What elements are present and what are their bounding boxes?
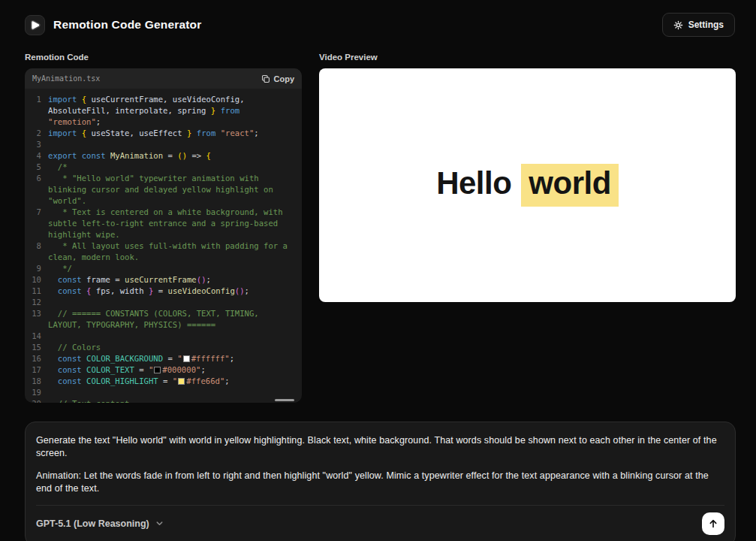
code-line: 15 // Colors xyxy=(25,342,302,353)
preview-section: Video Preview Helloworld xyxy=(319,53,736,403)
prompt-paragraph-2: Animation: Let the words fade in from le… xyxy=(36,470,724,495)
preview-section-label: Video Preview xyxy=(319,53,736,62)
code-section-label: Remotion Code xyxy=(25,53,302,62)
main-content: Remotion Code MyAnimation.tsx Copy xyxy=(25,53,736,403)
code-line: 8 * All layout uses full-width with padd… xyxy=(25,240,302,263)
prompt-paragraph-1: Generate the text "Hello world" with wor… xyxy=(36,434,724,460)
code-line: 19 xyxy=(25,387,302,398)
code-lines: 1import { useCurrentFrame, useVideoConfi… xyxy=(25,89,302,403)
color-swatch xyxy=(183,355,190,362)
code-line: 17 const COLOR_TEXT = "#000000"; xyxy=(25,364,302,376)
color-swatch xyxy=(154,367,161,373)
code-editor: MyAnimation.tsx Copy 1import { useCurren… xyxy=(25,68,302,403)
app-header: Remotion Code Generator Settings xyxy=(0,0,756,37)
model-label: GPT-5.1 (Low Reasoning) xyxy=(36,518,149,529)
code-line: 18 const COLOR_HIGHLIGHT = "#ffe66d"; xyxy=(25,376,302,387)
code-line: 16 const COLOR_BACKGROUND = "#ffffff"; xyxy=(25,353,302,364)
code-line: 5 /* xyxy=(25,162,302,173)
preview-text: Helloworld xyxy=(436,164,619,207)
chevron-down-icon xyxy=(155,519,164,527)
code-line: 10 const frame = useCurrentFrame(); xyxy=(25,274,302,286)
preview-highlight: world xyxy=(521,164,619,207)
preview-word-hello: Hello xyxy=(436,165,511,201)
code-line: 2import { useState, useEffect } from "re… xyxy=(25,128,302,139)
code-line: 13 // ====== CONSTANTS (COLORS, TEXT, TI… xyxy=(25,308,302,331)
color-swatch xyxy=(178,378,185,385)
code-filename: MyAnimation.tsx xyxy=(32,74,100,83)
remotion-logo-icon xyxy=(25,15,45,35)
code-section: Remotion Code MyAnimation.tsx Copy xyxy=(25,53,302,403)
submit-button[interactable] xyxy=(702,512,724,535)
code-line: 11 const { fps, width } = useVideoConfig… xyxy=(25,286,302,297)
settings-button[interactable]: Settings xyxy=(662,13,735,37)
code-line: 4export const MyAnimation = () => { xyxy=(25,150,302,162)
code-editor-header: MyAnimation.tsx Copy xyxy=(25,68,302,89)
video-preview: Helloworld xyxy=(319,68,736,302)
horizontal-scrollbar[interactable] xyxy=(275,399,294,401)
code-line: 20 // Text content xyxy=(25,398,302,403)
code-line: 9 */ xyxy=(25,263,302,274)
code-line: 12 xyxy=(25,297,302,308)
prompt-composer: Generate the text "Hello world" with wor… xyxy=(25,422,736,541)
settings-label: Settings xyxy=(688,20,724,30)
prompt-input[interactable]: Generate the text "Hello world" with wor… xyxy=(36,434,724,495)
arrow-up-icon xyxy=(708,518,718,529)
model-selector[interactable]: GPT-5.1 (Low Reasoning) xyxy=(36,518,164,529)
copy-label: Copy xyxy=(274,74,295,83)
code-line: 6 * "Hello world" typewriter animation w… xyxy=(25,173,302,207)
code-line: 7 * Text is centered on a white backgrou… xyxy=(25,207,302,240)
code-line: 3 xyxy=(25,139,302,150)
copy-button[interactable]: Copy xyxy=(261,74,295,83)
page-title: Remotion Code Generator xyxy=(53,18,202,32)
gear-icon xyxy=(673,20,683,30)
code-line: 1import { useCurrentFrame, useVideoConfi… xyxy=(25,94,302,128)
prompt-controls: GPT-5.1 (Low Reasoning) xyxy=(36,506,724,539)
copy-icon xyxy=(261,74,270,83)
app-window: Remotion Code Generator Settings Remotio… xyxy=(0,0,756,541)
code-line: 14 xyxy=(25,331,302,342)
